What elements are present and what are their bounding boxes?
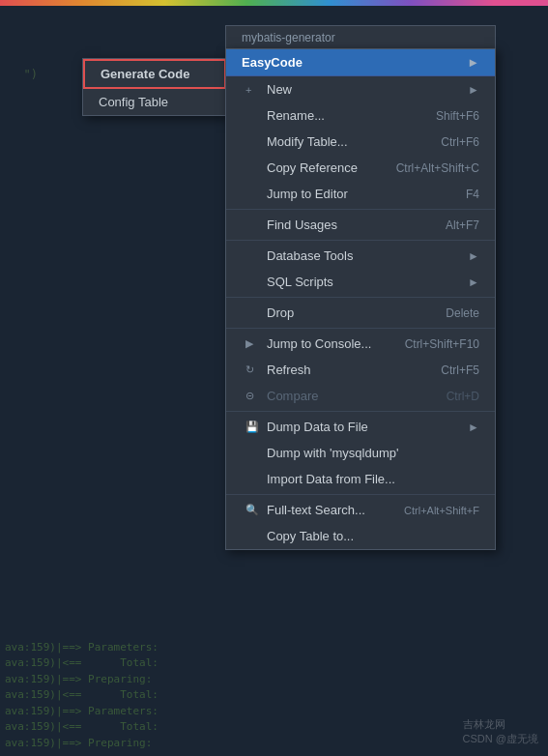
find-usages-shortcut: Alt+F7 xyxy=(446,218,479,232)
full-text-search-shortcut: Ctrl+Alt+Shift+F xyxy=(404,505,479,516)
menu-item-dump-with-mysqldump[interactable]: Dump with 'mysqldump' xyxy=(226,440,495,466)
copy-reference-shortcut: Ctrl+Alt+Shift+C xyxy=(396,161,479,175)
menu-item-refresh[interactable]: ↻ Refresh Ctrl+F5 xyxy=(226,357,495,383)
separator-1 xyxy=(226,209,495,210)
menu-item-copy-table-to[interactable]: Copy Table to... xyxy=(226,523,495,549)
modify-table-shortcut: Ctrl+F6 xyxy=(441,135,479,149)
separator-6 xyxy=(226,494,495,495)
menu-item-config-table[interactable]: Config Table xyxy=(83,89,226,115)
rename-shortcut: Shift+F6 xyxy=(436,109,479,123)
menu-item-drop[interactable]: Drop Delete xyxy=(226,300,495,326)
menu-item-modify-table[interactable]: Modify Table... Ctrl+F6 xyxy=(226,129,495,155)
jump-to-console-icon: ▶ xyxy=(245,337,259,350)
dump-data-arrow-icon: ► xyxy=(468,421,479,434)
easycodesubmenu-arrow-icon: ► xyxy=(467,55,479,70)
separator-4 xyxy=(226,328,495,329)
compare-icon: ⊝ xyxy=(245,390,259,402)
background-code: ") xyxy=(0,0,47,94)
menu-item-full-text-search[interactable]: 🔍 Full-text Search... Ctrl+Alt+Shift+F xyxy=(226,497,495,523)
menu-item-jump-to-editor[interactable]: Jump to Editor F4 xyxy=(226,181,495,207)
menu-item-database-tools[interactable]: Database Tools ► xyxy=(226,243,495,269)
menu-item-rename[interactable]: Rename... Shift+F6 xyxy=(226,102,495,129)
separator-5 xyxy=(226,411,495,412)
refresh-shortcut: Ctrl+F5 xyxy=(441,363,479,377)
jump-to-console-shortcut: Ctrl+Shift+F10 xyxy=(405,337,479,351)
background-log: ava:159)|==> Parameters: ava:159)|<== To… xyxy=(0,635,163,757)
compare-shortcut: Ctrl+D xyxy=(447,390,479,403)
menu-item-new[interactable]: + New ► xyxy=(226,76,495,102)
full-text-search-icon: 🔍 xyxy=(245,504,259,516)
menu-item-copy-reference[interactable]: Copy Reference Ctrl+Alt+Shift+C xyxy=(226,155,495,181)
watermark: 吉林龙网 CSDN @虚无境 xyxy=(463,717,538,746)
menu-item-dump-data-to-file[interactable]: 💾 Dump Data to File ► xyxy=(226,414,495,440)
menu-level2: EasyCode ► + New ► Rename... Shift+F6 Mo… xyxy=(225,48,496,550)
easycodesubmenu-title-label: EasyCode xyxy=(242,55,303,70)
sql-scripts-arrow-icon: ► xyxy=(468,276,479,289)
menu-item-sql-scripts[interactable]: SQL Scripts ► xyxy=(226,269,495,295)
refresh-icon: ↻ xyxy=(245,363,259,376)
menu-level1: Generate Code Config Table xyxy=(82,58,227,116)
dump-data-icon: 💾 xyxy=(245,421,259,433)
new-arrow-icon: ► xyxy=(468,83,479,97)
separator-3 xyxy=(226,297,495,298)
easycodesubmenu-title: EasyCode ► xyxy=(226,49,495,76)
menu-item-jump-to-console[interactable]: ▶ Jump to Console... Ctrl+Shift+F10 xyxy=(226,331,495,357)
top-color-bar xyxy=(0,0,548,6)
separator-2 xyxy=(226,240,495,241)
new-plus-icon: + xyxy=(245,84,259,96)
database-tools-arrow-icon: ► xyxy=(468,249,479,263)
menu-item-import-data-from-file[interactable]: Import Data from File... xyxy=(226,466,495,492)
jump-to-editor-shortcut: F4 xyxy=(466,188,479,201)
drop-shortcut: Delete xyxy=(446,306,479,320)
mybatis-generator-label: mybatis-generator xyxy=(225,25,496,49)
menu-item-compare[interactable]: ⊝ Compare Ctrl+D xyxy=(226,383,495,409)
menu-item-find-usages[interactable]: Find Usages Alt+F7 xyxy=(226,212,495,238)
menu-item-generate-code[interactable]: Generate Code xyxy=(83,59,226,89)
